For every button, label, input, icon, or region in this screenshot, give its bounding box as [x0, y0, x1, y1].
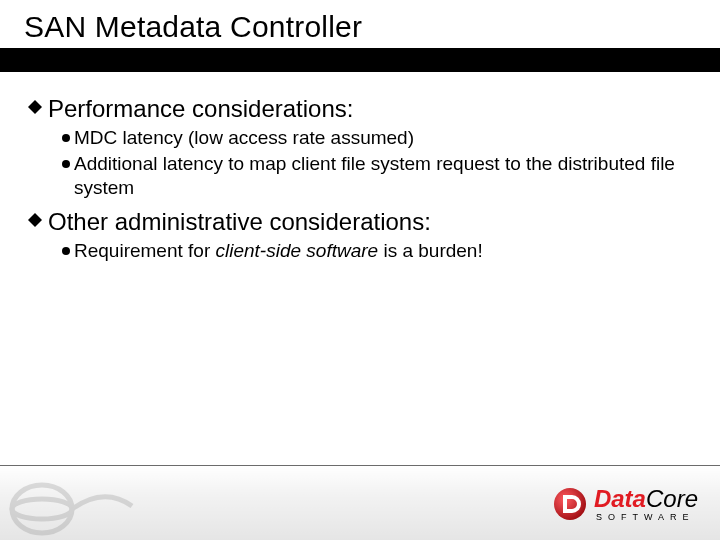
logo-mark-icon [552, 486, 588, 522]
bullet-lvl1: Other administrative considerations: [28, 207, 696, 237]
lvl2-group: Requirement for client-side software is … [62, 239, 696, 263]
text-span: Requirement for [74, 240, 216, 261]
logo-wordmark: DataCore [594, 487, 698, 511]
disc-icon [62, 160, 70, 168]
watermark-icon [4, 476, 134, 536]
logo-word-part1: Data [594, 487, 646, 511]
bullet-lvl2: Requirement for client-side software is … [62, 239, 696, 263]
logo-text: DataCore SOFTWARE [594, 487, 698, 522]
logo-word-part2: Core [646, 487, 698, 511]
bullet-lvl2: MDC latency (low access rate assumed) [62, 126, 696, 150]
content-area: Performance considerations: MDC latency … [0, 72, 720, 263]
lvl2-text: Additional latency to map client file sy… [74, 152, 696, 200]
text-span: is a burden! [378, 240, 483, 261]
logo-subtext: SOFTWARE [596, 513, 698, 522]
lvl1-text: Other administrative considerations: [48, 207, 431, 237]
svg-point-2 [12, 485, 72, 533]
lvl2-text: Requirement for client-side software is … [74, 239, 483, 263]
lvl2-group: MDC latency (low access rate assumed) Ad… [62, 126, 696, 199]
disc-icon [62, 247, 70, 255]
svg-point-3 [12, 499, 72, 519]
lvl1-text: Performance considerations: [48, 94, 353, 124]
svg-point-4 [554, 488, 586, 520]
lvl2-text: MDC latency (low access rate assumed) [74, 126, 414, 150]
title-underline-band [0, 48, 720, 72]
footer-divider [0, 465, 720, 466]
diamond-icon [28, 100, 42, 114]
title-area: SAN Metadata Controller [0, 0, 720, 48]
slide-title: SAN Metadata Controller [24, 10, 720, 44]
slide: SAN Metadata Controller Performance cons… [0, 0, 720, 540]
brand-logo: DataCore SOFTWARE [552, 486, 698, 522]
svg-marker-0 [28, 100, 42, 114]
svg-marker-1 [28, 213, 42, 227]
bullet-lvl1: Performance considerations: [28, 94, 696, 124]
bullet-lvl2: Additional latency to map client file sy… [62, 152, 696, 200]
emphasis-span: client-side software [216, 240, 379, 261]
footer: DataCore SOFTWARE [0, 465, 720, 540]
diamond-icon [28, 213, 42, 227]
disc-icon [62, 134, 70, 142]
